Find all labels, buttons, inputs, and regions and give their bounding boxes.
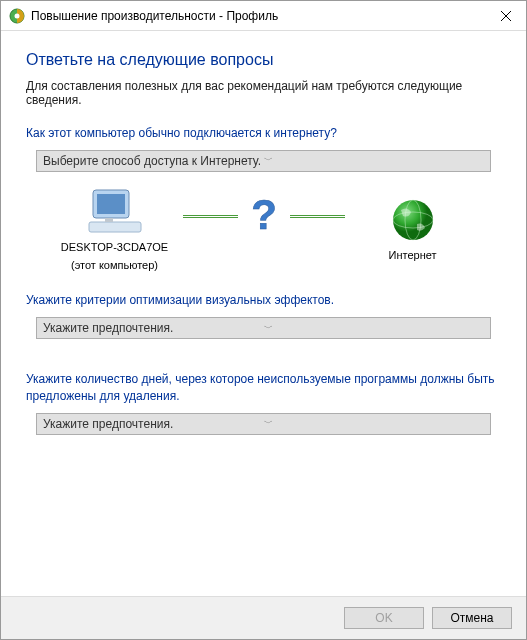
svg-point-9 <box>393 200 433 240</box>
dropdown-internet-value: Выберите способ доступа к Интернету. <box>43 154 264 168</box>
question-visual-effects: Укажите критерии оптимизации визуальных … <box>26 292 501 309</box>
connection-diagram: DESKTOP-3CDA7OE (этот компьютер) ? <box>26 186 501 273</box>
cancel-button[interactable]: Отмена <box>432 607 512 629</box>
dropdown-visual-value: Укажите предпочтения. <box>43 321 264 335</box>
computer-icon <box>87 186 143 236</box>
computer-sub: (этот компьютер) <box>71 258 158 272</box>
internet-label: Интернет <box>389 248 437 262</box>
close-button[interactable] <box>486 1 526 31</box>
titlebar: Повышение производительности - Профиль <box>1 1 526 31</box>
close-icon <box>501 11 511 21</box>
svg-point-1 <box>15 13 20 18</box>
page-heading: Ответьте на следующие вопросы <box>26 51 501 69</box>
dropdown-unused-days[interactable]: Укажите предпочтения. ﹀ <box>36 413 491 435</box>
chevron-down-icon: ﹀ <box>264 154 485 167</box>
dropdown-internet[interactable]: Выберите способ доступа к Интернету. ﹀ <box>36 150 491 172</box>
app-icon <box>9 8 25 24</box>
svg-text:?: ? <box>251 191 277 238</box>
question-internet: Как этот компьютер обычно подключается к… <box>26 125 501 142</box>
question-unused-days: Укажите количество дней, через которое н… <box>26 371 501 405</box>
page-subtext: Для составления полезных для вас рекомен… <box>26 79 501 107</box>
dropdown-visual-effects[interactable]: Укажите предпочтения. ﹀ <box>36 317 491 339</box>
connection-line-right <box>290 215 345 218</box>
content-area: Ответьте на следующие вопросы Для состав… <box>1 31 526 596</box>
ok-button[interactable]: OK <box>344 607 424 629</box>
window-title: Повышение производительности - Профиль <box>31 9 486 23</box>
computer-name: DESKTOP-3CDA7OE <box>61 240 168 254</box>
dialog-footer: OK Отмена <box>1 596 526 639</box>
svg-rect-5 <box>97 194 125 214</box>
diagram-computer: DESKTOP-3CDA7OE (этот компьютер) <box>55 186 175 273</box>
dropdown-unused-value: Укажите предпочтения. <box>43 417 264 431</box>
globe-icon <box>389 196 437 244</box>
question-mark-icon: ? <box>246 191 282 242</box>
chevron-down-icon: ﹀ <box>264 322 485 335</box>
connection-line-left <box>183 215 238 218</box>
chevron-down-icon: ﹀ <box>264 417 485 430</box>
svg-rect-6 <box>89 222 141 232</box>
svg-rect-7 <box>105 218 113 222</box>
diagram-internet: Интернет <box>353 196 473 262</box>
